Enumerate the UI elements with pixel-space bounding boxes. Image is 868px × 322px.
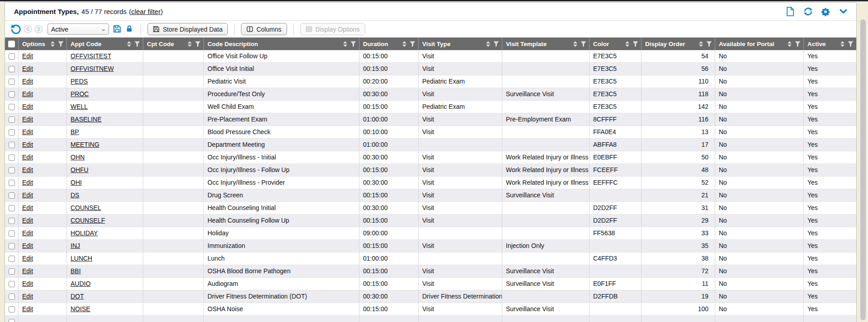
sort-icon[interactable] xyxy=(840,41,844,47)
appt-code-link[interactable]: BBI xyxy=(71,267,81,275)
save-view-icon[interactable] xyxy=(113,25,122,33)
filter-funnel-icon[interactable] xyxy=(350,41,356,47)
filter-funnel-icon[interactable] xyxy=(632,41,638,47)
filter-funnel-icon[interactable] xyxy=(195,41,201,47)
edit-link[interactable]: Edit xyxy=(22,52,33,60)
collapse-panel-icon[interactable] xyxy=(838,7,848,17)
appt-code-link[interactable]: BP xyxy=(71,128,79,135)
edit-link[interactable]: Edit xyxy=(22,191,33,199)
columns-button[interactable]: Columns xyxy=(241,23,287,35)
row-checkbox[interactable] xyxy=(9,319,15,322)
sort-icon[interactable] xyxy=(127,41,131,47)
new-document-icon[interactable] xyxy=(785,7,795,17)
appt-code-link[interactable]: OFFVISITEST xyxy=(71,52,111,60)
sort-icon[interactable] xyxy=(788,41,792,47)
edit-link[interactable]: Edit xyxy=(22,65,33,72)
history-back-icon[interactable] xyxy=(24,25,32,33)
edit-link[interactable]: Edit xyxy=(22,255,33,262)
clear-filter-link[interactable]: clear filter xyxy=(131,8,160,15)
edit-link[interactable]: Edit xyxy=(22,305,33,313)
filter-funnel-icon[interactable] xyxy=(795,41,801,47)
lock-icon[interactable] xyxy=(126,25,134,33)
row-checkbox[interactable] xyxy=(9,294,15,300)
undo-icon[interactable] xyxy=(10,24,21,35)
row-checkbox[interactable] xyxy=(9,281,15,287)
edit-link[interactable]: Edit xyxy=(22,128,33,135)
row-checkbox[interactable] xyxy=(9,256,15,262)
edit-link[interactable]: Edit xyxy=(22,217,33,224)
appt-code-link[interactable]: LUNCH xyxy=(71,255,92,262)
column-header-options[interactable]: Options xyxy=(19,37,67,50)
refresh-icon[interactable] xyxy=(803,7,813,17)
edit-link[interactable]: Edit xyxy=(22,90,33,98)
sort-icon[interactable] xyxy=(573,41,577,47)
filter-funnel-icon[interactable] xyxy=(410,41,415,47)
appt-code-link[interactable]: DS xyxy=(71,191,79,199)
appt-code-link[interactable]: INJ xyxy=(71,242,80,249)
column-header-visit_template[interactable]: Visit Template xyxy=(502,37,590,50)
row-checkbox[interactable] xyxy=(9,230,15,237)
edit-link[interactable]: Edit xyxy=(22,103,33,110)
row-checkbox[interactable] xyxy=(9,117,15,123)
column-header-cpt_code[interactable]: Cpt Code xyxy=(143,37,204,50)
edit-link[interactable]: Edit xyxy=(22,78,33,85)
row-checkbox[interactable] xyxy=(9,268,15,275)
row-checkbox[interactable] xyxy=(9,167,15,173)
appt-code-link[interactable]: NOISE xyxy=(71,305,90,313)
row-checkbox[interactable] xyxy=(9,91,15,98)
column-header-visit_type[interactable]: Visit Type xyxy=(419,37,502,50)
appt-code-link[interactable]: MEETING xyxy=(71,141,99,148)
column-header-active[interactable]: Active xyxy=(804,37,856,50)
filter-funnel-icon[interactable] xyxy=(134,41,140,47)
history-forward-icon[interactable] xyxy=(34,25,43,33)
select-all-checkbox[interactable] xyxy=(8,41,15,47)
row-checkbox[interactable] xyxy=(9,104,15,110)
vertical-scrollbar-track[interactable] xyxy=(857,1,868,322)
column-header-available_for_portal[interactable]: Available for Portal xyxy=(715,37,804,50)
sort-icon[interactable] xyxy=(625,41,629,47)
sort-icon[interactable] xyxy=(699,41,703,47)
edit-link[interactable]: Edit xyxy=(22,179,33,186)
edit-link[interactable]: Edit xyxy=(22,242,33,249)
row-checkbox[interactable] xyxy=(9,129,15,135)
row-checkbox[interactable] xyxy=(9,306,15,313)
column-header-code_description[interactable]: Code Description xyxy=(204,37,359,50)
display-options-button[interactable]: Display Options xyxy=(300,23,365,35)
store-displayed-data-button[interactable]: Store Displayed Data xyxy=(147,23,228,35)
appt-code-link[interactable]: OHFU xyxy=(71,166,89,173)
row-checkbox[interactable] xyxy=(9,180,15,186)
sort-icon[interactable] xyxy=(486,41,490,47)
column-header-appt_code[interactable]: Appt Code xyxy=(67,37,143,50)
edit-link[interactable]: Edit xyxy=(22,280,33,287)
filter-funnel-icon[interactable] xyxy=(58,41,64,47)
vertical-scrollbar-thumb[interactable] xyxy=(860,19,866,320)
edit-link[interactable]: Edit xyxy=(22,267,33,275)
row-checkbox[interactable] xyxy=(9,218,15,224)
edit-link[interactable]: Edit xyxy=(22,141,33,148)
filter-funnel-icon[interactable] xyxy=(706,41,712,47)
appt-code-link[interactable]: AUDIO xyxy=(71,280,90,287)
gear-icon[interactable] xyxy=(821,7,830,17)
column-header-display_order[interactable]: Display Order xyxy=(642,37,715,50)
edit-link[interactable]: Edit xyxy=(22,229,33,237)
row-checkbox[interactable] xyxy=(9,66,15,72)
row-checkbox[interactable] xyxy=(9,142,15,148)
row-checkbox[interactable] xyxy=(9,205,15,211)
appt-code-link[interactable]: OHN xyxy=(71,154,85,161)
edit-link[interactable]: Edit xyxy=(22,204,33,211)
sort-icon[interactable] xyxy=(402,41,406,47)
filter-funnel-icon[interactable] xyxy=(493,41,499,47)
appt-code-link[interactable]: BASELINE xyxy=(71,116,101,123)
appt-code-link[interactable]: WELL xyxy=(71,103,88,110)
row-checkbox[interactable] xyxy=(9,192,15,199)
sort-icon[interactable] xyxy=(51,41,55,47)
appt-code-link[interactable]: PROC xyxy=(71,90,89,98)
appt-code-link[interactable]: HOLIDAY xyxy=(71,229,98,237)
edit-link[interactable]: Edit xyxy=(22,293,33,300)
filter-funnel-icon[interactable] xyxy=(848,41,854,47)
appt-code-link[interactable]: DOT xyxy=(71,293,84,300)
appt-code-link[interactable]: OHI xyxy=(71,179,82,186)
sort-icon[interactable] xyxy=(343,41,347,47)
column-header-duration[interactable]: Duration xyxy=(359,37,419,50)
sort-icon[interactable] xyxy=(188,41,192,47)
